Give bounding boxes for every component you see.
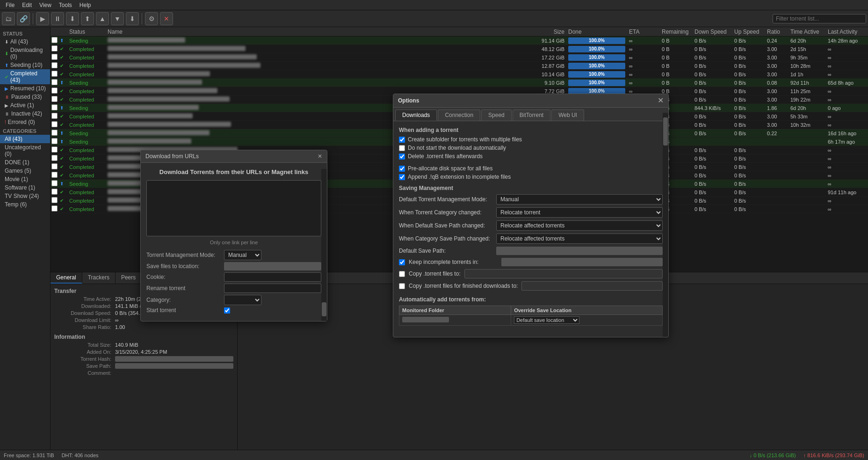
- options-tab-bittorrent[interactable]: BitTorrent: [513, 110, 550, 121]
- sidebar-category-uncategorized[interactable]: Uncategorized (0): [0, 143, 50, 158]
- col-size-header[interactable]: Size: [529, 29, 566, 35]
- sidebar-item-paused[interactable]: ⏸Paused (33): [0, 93, 50, 101]
- options-tab-connection[interactable]: Connection: [438, 110, 480, 121]
- col-remaining-header[interactable]: Remaining: [660, 29, 693, 35]
- keep-incomplete-checkbox[interactable]: [399, 259, 405, 265]
- default-mode-select[interactable]: Manual: [496, 194, 663, 204]
- append-extension-checkbox[interactable]: [399, 174, 405, 180]
- filter-input[interactable]: [773, 14, 866, 23]
- sidebar-category-games[interactable]: Games (5): [0, 167, 50, 175]
- sidebar-item-resumed[interactable]: ▶Resumed (10): [0, 84, 50, 93]
- menu-edit[interactable]: Edit: [18, 2, 36, 8]
- options-tab-speed[interactable]: Speed: [481, 110, 512, 121]
- menu-help[interactable]: Help: [76, 2, 95, 8]
- row-check[interactable]: [51, 88, 60, 95]
- when-category-select[interactable]: Relocate torrent: [496, 207, 663, 218]
- quit-button[interactable]: ✕: [160, 12, 173, 25]
- row-check[interactable]: [51, 180, 60, 187]
- url-textarea[interactable]: [146, 180, 321, 236]
- copy-torrent-checkbox[interactable]: [399, 271, 405, 277]
- url-dialog-scrollbar[interactable]: [321, 169, 327, 321]
- row-check[interactable]: [51, 96, 60, 103]
- url-dialog-close-button[interactable]: ✕: [318, 153, 322, 160]
- resume-button[interactable]: ▶: [36, 12, 49, 25]
- options-button[interactable]: ⚙: [145, 12, 158, 25]
- col-ratio-header[interactable]: Ratio: [765, 29, 788, 35]
- sidebar-item-seeding[interactable]: ⬆Seeding (10): [0, 61, 50, 69]
- increase-priority-button[interactable]: ▲: [96, 12, 109, 25]
- menu-tools[interactable]: Tools: [55, 2, 76, 8]
- copy-torrent-input[interactable]: [464, 269, 663, 278]
- row-check[interactable]: [51, 79, 60, 86]
- copy-finished-input[interactable]: [521, 281, 663, 291]
- sidebar-item-all[interactable]: ⬇All (43): [0, 37, 50, 46]
- options-close-button[interactable]: ✕: [658, 97, 664, 104]
- col-status-header[interactable]: Status: [67, 29, 106, 35]
- bottom-priority-button[interactable]: ⬇: [126, 12, 139, 25]
- row-check[interactable]: [51, 138, 60, 145]
- options-scrollbar[interactable]: [663, 113, 668, 337]
- tab-peers[interactable]: Peers: [116, 272, 142, 284]
- col-activity-header[interactable]: Last Activity: [826, 29, 868, 35]
- up-priority-button[interactable]: ⬆: [81, 12, 94, 25]
- row-check[interactable]: [51, 163, 60, 170]
- sidebar-category-temp[interactable]: Temp (6): [0, 200, 50, 209]
- sidebar-category-movie[interactable]: Movie (1): [0, 175, 50, 183]
- row-check[interactable]: [51, 146, 60, 153]
- url-cookie-input[interactable]: [224, 272, 321, 282]
- when-default-save-select[interactable]: Relocate affected torrents: [496, 220, 663, 231]
- table-row[interactable]: ✔ Completed 10.14 GiB 100.0% ∞ 0 B 0 B/s…: [51, 70, 868, 79]
- sidebar-item-errored[interactable]: !Errored (0): [0, 118, 50, 126]
- menu-file[interactable]: File: [2, 2, 18, 8]
- pre-allocate-checkbox[interactable]: [399, 166, 405, 172]
- monitored-save-select[interactable]: Default save location: [514, 316, 579, 324]
- col-up-header[interactable]: Up Speed: [732, 29, 765, 35]
- tab-general[interactable]: General: [51, 272, 82, 284]
- table-row[interactable]: ⬆ Seeding 9.10 GiB 100.0% ∞ 0 B 0 B/s 0 …: [51, 79, 868, 87]
- options-tab-downloads[interactable]: Downloads: [395, 110, 437, 121]
- row-check[interactable]: [51, 113, 60, 120]
- sidebar-item-inactive[interactable]: ⏸Inactive (42): [0, 110, 50, 118]
- tab-trackers[interactable]: Trackers: [82, 272, 116, 284]
- url-start-checkbox[interactable]: [224, 307, 230, 314]
- menu-view[interactable]: View: [36, 2, 55, 8]
- sidebar-item-completed[interactable]: ✔Completed (43): [0, 69, 50, 84]
- url-category-select[interactable]: [224, 295, 261, 305]
- table-row[interactable]: ✔ Completed 48.12 GiB 100.0% ∞ 0 B 0 B/s…: [51, 45, 868, 53]
- row-check[interactable]: [51, 104, 60, 111]
- keep-incomplete-input[interactable]: [501, 258, 663, 266]
- row-check[interactable]: [51, 37, 60, 44]
- row-check[interactable]: [51, 205, 60, 212]
- sidebar-category-done[interactable]: DONE (1): [0, 158, 50, 167]
- row-check[interactable]: [51, 121, 60, 128]
- row-check[interactable]: [51, 62, 60, 69]
- row-check[interactable]: [51, 45, 60, 52]
- when-category-save-select[interactable]: Relocate affected torrents: [496, 234, 663, 244]
- table-row[interactable]: ⬆ Seeding 91.14 GiB 100.0% ∞ 0 B 0 B/s 0…: [51, 37, 868, 45]
- table-row[interactable]: ✔ Completed 17.22 GiB 100.0% ∞ 0 B 0 B/s…: [51, 53, 868, 62]
- col-name-header[interactable]: Name: [106, 29, 529, 35]
- delete-torrent-checkbox[interactable]: [399, 153, 405, 160]
- sidebar-category-all[interactable]: All (43): [0, 135, 50, 143]
- sidebar-category-software[interactable]: Software (1): [0, 183, 50, 192]
- col-done-header[interactable]: Done: [566, 29, 627, 35]
- row-check[interactable]: [51, 54, 60, 61]
- row-check[interactable]: [51, 155, 60, 162]
- add-torrent-button[interactable]: 🗂: [2, 12, 15, 25]
- sidebar-item-active[interactable]: ▶Active (1): [0, 101, 50, 110]
- sidebar-item-downloading[interactable]: ⬇Downloading (0): [0, 46, 50, 61]
- row-check[interactable]: [51, 130, 60, 137]
- col-eta-header[interactable]: ETA: [627, 29, 660, 35]
- default-save-path-input[interactable]: [496, 247, 663, 255]
- no-start-checkbox[interactable]: [399, 145, 405, 151]
- stop-button[interactable]: ⬇: [66, 12, 79, 25]
- url-save-input[interactable]: [224, 262, 321, 270]
- row-check[interactable]: [51, 172, 60, 179]
- table-row[interactable]: ✔ Completed 12.87 GiB 100.0% ∞ 0 B 0 B/s…: [51, 62, 868, 70]
- create-subfolder-checkbox[interactable]: [399, 137, 405, 143]
- url-rename-input[interactable]: [224, 284, 321, 293]
- row-check[interactable]: [51, 197, 60, 204]
- options-tab-webui[interactable]: Web UI: [551, 110, 584, 121]
- row-check[interactable]: [51, 189, 60, 196]
- pause-button[interactable]: ⏸: [51, 12, 64, 25]
